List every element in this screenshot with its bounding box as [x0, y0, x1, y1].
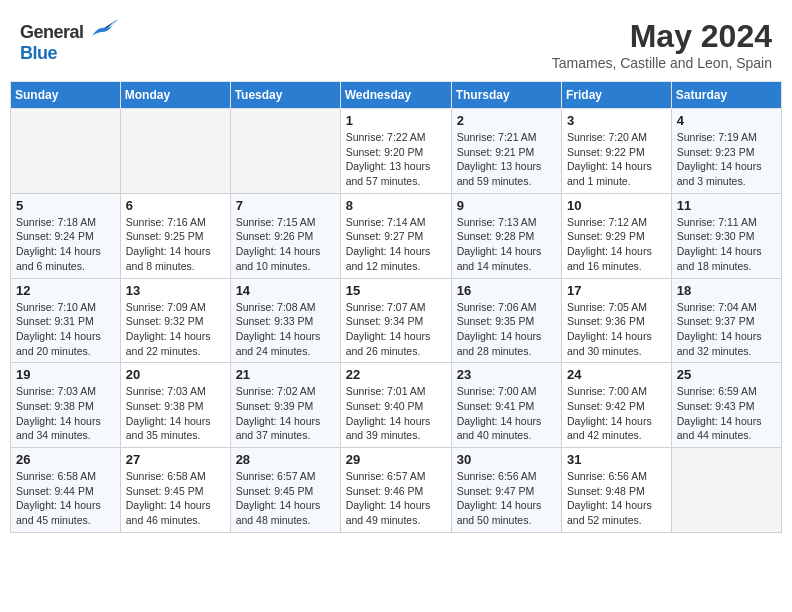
day-info: Sunrise: 7:00 AM Sunset: 9:42 PM Dayligh…	[567, 384, 666, 443]
calendar-cell: 18Sunrise: 7:04 AM Sunset: 9:37 PM Dayli…	[671, 278, 781, 363]
calendar-cell: 7Sunrise: 7:15 AM Sunset: 9:26 PM Daylig…	[230, 193, 340, 278]
day-info: Sunrise: 6:56 AM Sunset: 9:47 PM Dayligh…	[457, 469, 556, 528]
day-number: 4	[677, 113, 776, 128]
calendar-cell: 19Sunrise: 7:03 AM Sunset: 9:38 PM Dayli…	[11, 363, 121, 448]
day-number: 20	[126, 367, 225, 382]
day-info: Sunrise: 7:05 AM Sunset: 9:36 PM Dayligh…	[567, 300, 666, 359]
day-number: 25	[677, 367, 776, 382]
calendar-week-row: 1Sunrise: 7:22 AM Sunset: 9:20 PM Daylig…	[11, 109, 782, 194]
day-number: 3	[567, 113, 666, 128]
day-number: 22	[346, 367, 446, 382]
calendar-cell	[120, 109, 230, 194]
calendar-cell: 27Sunrise: 6:58 AM Sunset: 9:45 PM Dayli…	[120, 448, 230, 533]
day-info: Sunrise: 7:14 AM Sunset: 9:27 PM Dayligh…	[346, 215, 446, 274]
day-info: Sunrise: 7:10 AM Sunset: 9:31 PM Dayligh…	[16, 300, 115, 359]
day-info: Sunrise: 7:02 AM Sunset: 9:39 PM Dayligh…	[236, 384, 335, 443]
calendar-cell: 2Sunrise: 7:21 AM Sunset: 9:21 PM Daylig…	[451, 109, 561, 194]
day-number: 8	[346, 198, 446, 213]
calendar-cell: 31Sunrise: 6:56 AM Sunset: 9:48 PM Dayli…	[562, 448, 672, 533]
day-number: 23	[457, 367, 556, 382]
day-number: 29	[346, 452, 446, 467]
calendar-cell: 13Sunrise: 7:09 AM Sunset: 9:32 PM Dayli…	[120, 278, 230, 363]
header-tuesday: Tuesday	[230, 82, 340, 109]
day-number: 31	[567, 452, 666, 467]
day-number: 28	[236, 452, 335, 467]
logo-blue-text: Blue	[20, 43, 57, 63]
calendar-cell: 24Sunrise: 7:00 AM Sunset: 9:42 PM Dayli…	[562, 363, 672, 448]
header-saturday: Saturday	[671, 82, 781, 109]
header-sunday: Sunday	[11, 82, 121, 109]
calendar-cell: 26Sunrise: 6:58 AM Sunset: 9:44 PM Dayli…	[11, 448, 121, 533]
day-info: Sunrise: 7:16 AM Sunset: 9:25 PM Dayligh…	[126, 215, 225, 274]
calendar-cell: 6Sunrise: 7:16 AM Sunset: 9:25 PM Daylig…	[120, 193, 230, 278]
day-number: 12	[16, 283, 115, 298]
day-info: Sunrise: 7:18 AM Sunset: 9:24 PM Dayligh…	[16, 215, 115, 274]
day-number: 30	[457, 452, 556, 467]
calendar-cell: 30Sunrise: 6:56 AM Sunset: 9:47 PM Dayli…	[451, 448, 561, 533]
day-info: Sunrise: 7:13 AM Sunset: 9:28 PM Dayligh…	[457, 215, 556, 274]
calendar-cell: 9Sunrise: 7:13 AM Sunset: 9:28 PM Daylig…	[451, 193, 561, 278]
calendar-cell: 29Sunrise: 6:57 AM Sunset: 9:46 PM Dayli…	[340, 448, 451, 533]
calendar-cell: 5Sunrise: 7:18 AM Sunset: 9:24 PM Daylig…	[11, 193, 121, 278]
day-info: Sunrise: 7:15 AM Sunset: 9:26 PM Dayligh…	[236, 215, 335, 274]
day-info: Sunrise: 7:22 AM Sunset: 9:20 PM Dayligh…	[346, 130, 446, 189]
calendar-cell: 1Sunrise: 7:22 AM Sunset: 9:20 PM Daylig…	[340, 109, 451, 194]
day-number: 5	[16, 198, 115, 213]
calendar-cell: 28Sunrise: 6:57 AM Sunset: 9:45 PM Dayli…	[230, 448, 340, 533]
calendar-week-row: 19Sunrise: 7:03 AM Sunset: 9:38 PM Dayli…	[11, 363, 782, 448]
day-info: Sunrise: 7:19 AM Sunset: 9:23 PM Dayligh…	[677, 130, 776, 189]
calendar-cell	[230, 109, 340, 194]
day-number: 6	[126, 198, 225, 213]
day-info: Sunrise: 7:07 AM Sunset: 9:34 PM Dayligh…	[346, 300, 446, 359]
day-info: Sunrise: 7:03 AM Sunset: 9:38 PM Dayligh…	[126, 384, 225, 443]
day-number: 15	[346, 283, 446, 298]
day-info: Sunrise: 7:20 AM Sunset: 9:22 PM Dayligh…	[567, 130, 666, 189]
day-number: 13	[126, 283, 225, 298]
day-number: 9	[457, 198, 556, 213]
calendar-cell: 8Sunrise: 7:14 AM Sunset: 9:27 PM Daylig…	[340, 193, 451, 278]
page-header: General Blue May 2024 Tamames, Castille …	[10, 10, 782, 75]
location-title: Tamames, Castille and Leon, Spain	[552, 55, 772, 71]
day-number: 7	[236, 198, 335, 213]
day-info: Sunrise: 6:57 AM Sunset: 9:45 PM Dayligh…	[236, 469, 335, 528]
calendar-cell: 3Sunrise: 7:20 AM Sunset: 9:22 PM Daylig…	[562, 109, 672, 194]
calendar-cell	[11, 109, 121, 194]
calendar-cell: 14Sunrise: 7:08 AM Sunset: 9:33 PM Dayli…	[230, 278, 340, 363]
calendar-cell: 15Sunrise: 7:07 AM Sunset: 9:34 PM Dayli…	[340, 278, 451, 363]
day-info: Sunrise: 7:21 AM Sunset: 9:21 PM Dayligh…	[457, 130, 556, 189]
day-info: Sunrise: 6:56 AM Sunset: 9:48 PM Dayligh…	[567, 469, 666, 528]
calendar-cell: 25Sunrise: 6:59 AM Sunset: 9:43 PM Dayli…	[671, 363, 781, 448]
calendar-cell: 16Sunrise: 7:06 AM Sunset: 9:35 PM Dayli…	[451, 278, 561, 363]
month-title: May 2024	[552, 18, 772, 55]
day-number: 18	[677, 283, 776, 298]
calendar-cell: 10Sunrise: 7:12 AM Sunset: 9:29 PM Dayli…	[562, 193, 672, 278]
logo-general-text: General	[20, 22, 84, 42]
calendar-cell: 4Sunrise: 7:19 AM Sunset: 9:23 PM Daylig…	[671, 109, 781, 194]
day-info: Sunrise: 7:00 AM Sunset: 9:41 PM Dayligh…	[457, 384, 556, 443]
day-info: Sunrise: 7:04 AM Sunset: 9:37 PM Dayligh…	[677, 300, 776, 359]
calendar-week-row: 26Sunrise: 6:58 AM Sunset: 9:44 PM Dayli…	[11, 448, 782, 533]
day-number: 16	[457, 283, 556, 298]
day-number: 26	[16, 452, 115, 467]
day-info: Sunrise: 7:09 AM Sunset: 9:32 PM Dayligh…	[126, 300, 225, 359]
calendar-cell: 23Sunrise: 7:00 AM Sunset: 9:41 PM Dayli…	[451, 363, 561, 448]
day-info: Sunrise: 7:08 AM Sunset: 9:33 PM Dayligh…	[236, 300, 335, 359]
day-number: 24	[567, 367, 666, 382]
day-number: 17	[567, 283, 666, 298]
calendar-cell: 22Sunrise: 7:01 AM Sunset: 9:40 PM Dayli…	[340, 363, 451, 448]
day-info: Sunrise: 6:58 AM Sunset: 9:45 PM Dayligh…	[126, 469, 225, 528]
day-number: 21	[236, 367, 335, 382]
day-info: Sunrise: 6:58 AM Sunset: 9:44 PM Dayligh…	[16, 469, 115, 528]
calendar-header-row: SundayMondayTuesdayWednesdayThursdayFrid…	[11, 82, 782, 109]
calendar-cell: 11Sunrise: 7:11 AM Sunset: 9:30 PM Dayli…	[671, 193, 781, 278]
day-number: 19	[16, 367, 115, 382]
header-wednesday: Wednesday	[340, 82, 451, 109]
day-number: 10	[567, 198, 666, 213]
logo: General Blue	[20, 18, 118, 64]
day-info: Sunrise: 6:57 AM Sunset: 9:46 PM Dayligh…	[346, 469, 446, 528]
calendar-cell: 21Sunrise: 7:02 AM Sunset: 9:39 PM Dayli…	[230, 363, 340, 448]
day-info: Sunrise: 7:03 AM Sunset: 9:38 PM Dayligh…	[16, 384, 115, 443]
calendar-cell: 20Sunrise: 7:03 AM Sunset: 9:38 PM Dayli…	[120, 363, 230, 448]
calendar-cell: 12Sunrise: 7:10 AM Sunset: 9:31 PM Dayli…	[11, 278, 121, 363]
calendar-cell: 17Sunrise: 7:05 AM Sunset: 9:36 PM Dayli…	[562, 278, 672, 363]
